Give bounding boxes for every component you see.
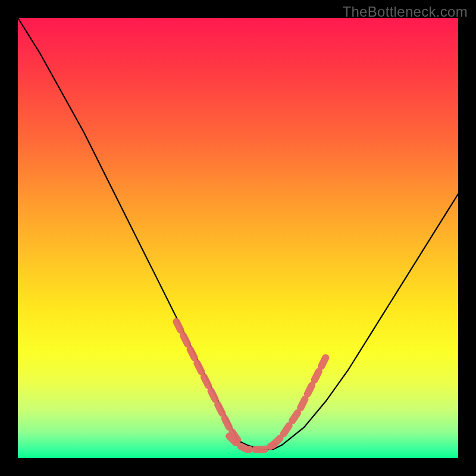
highlight-right: [273, 357, 326, 445]
watermark-text: TheBottleneck.com: [342, 4, 468, 20]
bottleneck-curve: [18, 18, 458, 449]
highlight-bottom: [229, 436, 273, 449]
plot-area: [18, 18, 458, 458]
highlight-left: [176, 322, 238, 441]
chart-stage: TheBottleneck.com: [0, 0, 476, 476]
curve-layer: [18, 18, 458, 458]
